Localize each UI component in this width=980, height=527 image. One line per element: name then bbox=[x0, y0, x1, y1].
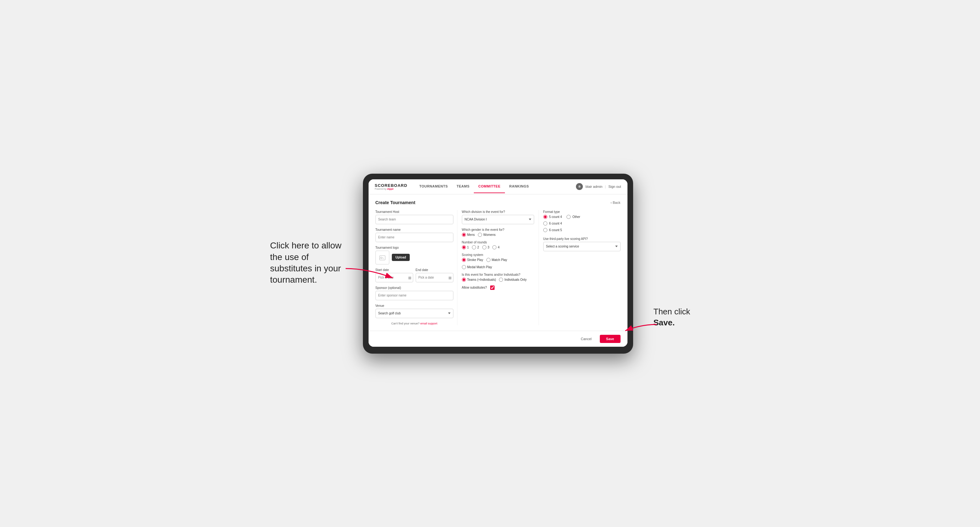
scoring-radio-group: Stroke Play Match Play Medal Match Play bbox=[462, 258, 534, 269]
tournament-host-group: Tournament Host bbox=[375, 210, 453, 224]
format-other-radio[interactable] bbox=[566, 215, 571, 219]
gender-womens-option[interactable]: Womens bbox=[478, 233, 495, 237]
teams-individuals-label: Is this event for Teams and/or Individua… bbox=[462, 273, 534, 276]
tournament-host-input[interactable] bbox=[375, 215, 453, 224]
format-6count4-option[interactable]: 6 count 4 bbox=[543, 221, 620, 225]
scoring-medal-radio[interactable] bbox=[462, 265, 466, 269]
format-type-label: Format type bbox=[543, 210, 620, 214]
rounds-2-radio[interactable] bbox=[472, 245, 476, 249]
nav-bar: SCOREBOARD Powered by clippd TOURNAMENTS… bbox=[369, 179, 627, 194]
scoring-api-label: Use third-party live scoring API? bbox=[543, 237, 620, 241]
cancel-button[interactable]: Cancel bbox=[576, 335, 597, 343]
rounds-4-radio[interactable] bbox=[492, 245, 496, 249]
end-date-calendar-icon: ▦ bbox=[449, 275, 452, 279]
tournament-name-input[interactable] bbox=[375, 233, 453, 242]
gender-womens-radio[interactable] bbox=[478, 233, 482, 237]
form-col-right: Format type 5 count 4 Other bbox=[539, 210, 620, 325]
rounds-3-radio[interactable] bbox=[482, 245, 487, 249]
rounds-label: Number of rounds bbox=[462, 241, 534, 244]
format-6count5-option[interactable]: 6 count 5 bbox=[543, 228, 620, 232]
rounds-3-option[interactable]: 3 bbox=[482, 245, 490, 249]
back-link[interactable]: ‹ Back bbox=[611, 201, 620, 205]
email-support-link[interactable]: email support bbox=[420, 322, 438, 325]
nav-committee[interactable]: COMMITTEE bbox=[474, 180, 505, 193]
individuals-only-radio[interactable] bbox=[499, 278, 503, 282]
individuals-only-option[interactable]: Individuals Only bbox=[499, 278, 527, 282]
nav-rankings[interactable]: RANKINGS bbox=[505, 180, 533, 193]
teams-radio-group: Teams (+Individuals) Individuals Only bbox=[462, 278, 534, 282]
sponsor-label: Sponsor (optional) bbox=[375, 286, 453, 290]
teams-plus-radio[interactable] bbox=[462, 278, 466, 282]
logo-powered: Powered by clippd bbox=[375, 188, 407, 190]
format-options-group: 5 count 4 Other 6 count 4 bbox=[543, 215, 620, 232]
end-date-label: End date bbox=[416, 268, 453, 271]
teams-plus-individuals-option[interactable]: Teams (+Individuals) bbox=[462, 278, 496, 282]
start-date-calendar-icon: ▦ bbox=[408, 275, 411, 279]
scoring-match-option[interactable]: Match Play bbox=[487, 258, 507, 262]
tablet-device: SCOREBOARD Powered by clippd TOURNAMENTS… bbox=[363, 174, 633, 354]
gender-mens-option[interactable]: Mens bbox=[462, 233, 475, 237]
venue-help: Can't find your venue? email support bbox=[375, 322, 453, 325]
format-5count4-option[interactable]: 5 count 4 bbox=[543, 215, 562, 219]
gender-group: Which gender is the event for? Mens Wome… bbox=[462, 228, 534, 237]
division-select[interactable]: NCAA Division I bbox=[462, 215, 534, 224]
nav-right: B blair admin | Sign out bbox=[576, 183, 621, 190]
logo-upload-row: Upload bbox=[375, 251, 453, 264]
left-arrow-icon bbox=[342, 265, 405, 284]
save-button[interactable]: Save bbox=[600, 335, 620, 343]
format-other-option[interactable]: Other bbox=[566, 215, 580, 219]
scoring-label: Scoring system bbox=[462, 253, 534, 257]
logo-scoreboard: SCOREBOARD bbox=[375, 183, 407, 187]
sponsor-group: Sponsor (optional) bbox=[375, 286, 453, 300]
format-5count4-radio[interactable] bbox=[543, 215, 547, 219]
scoring-match-radio[interactable] bbox=[487, 258, 490, 262]
rounds-4-option[interactable]: 4 bbox=[492, 245, 500, 249]
scoring-api-group: Use third-party live scoring API? Select… bbox=[543, 237, 620, 251]
scoring-stroke-radio[interactable] bbox=[462, 258, 466, 262]
format-6count4-radio[interactable] bbox=[543, 221, 547, 225]
division-label: Which division is the event for? bbox=[462, 210, 534, 214]
nav-logo: SCOREBOARD Powered by clippd bbox=[375, 183, 407, 190]
end-date-group: End date ▦ bbox=[416, 268, 453, 283]
allow-substitutes-checkbox[interactable] bbox=[490, 286, 495, 290]
gender-mens-radio[interactable] bbox=[462, 233, 466, 237]
scoring-api-select[interactable]: Select a scoring service bbox=[543, 242, 620, 251]
scoring-medal-option[interactable]: Medal Match Play bbox=[462, 265, 492, 269]
tournament-host-label: Tournament Host bbox=[375, 210, 453, 214]
tournament-name-group: Tournament name bbox=[375, 228, 453, 242]
venue-select[interactable]: Search golf club bbox=[375, 309, 453, 318]
rounds-1-radio[interactable] bbox=[462, 245, 466, 249]
rounds-2-option[interactable]: 2 bbox=[472, 245, 479, 249]
logo-placeholder bbox=[375, 251, 389, 264]
nav-tournaments[interactable]: TOURNAMENTS bbox=[415, 180, 452, 193]
rounds-1-option[interactable]: 1 bbox=[462, 245, 469, 249]
content-area: Create Tournament ‹ Back Tournament Host… bbox=[369, 194, 627, 331]
format-6count5-radio[interactable] bbox=[543, 228, 547, 232]
tournament-logo-group: Tournament logo Upload bbox=[375, 246, 453, 264]
format-type-group: Format type 5 count 4 Other bbox=[543, 210, 620, 232]
tournament-name-label: Tournament name bbox=[375, 228, 453, 232]
scoring-group: Scoring system Stroke Play Match Play bbox=[462, 253, 534, 269]
rounds-radio-group: 1 2 3 bbox=[462, 245, 534, 249]
sponsor-input[interactable] bbox=[375, 291, 453, 300]
end-date-input[interactable] bbox=[416, 273, 453, 283]
right-arrow-icon bbox=[622, 320, 660, 335]
tablet-screen: SCOREBOARD Powered by clippd TOURNAMENTS… bbox=[369, 179, 627, 347]
form-col-mid: Which division is the event for? NCAA Di… bbox=[457, 210, 539, 325]
allow-substitutes-option[interactable]: Allow substitutes? bbox=[462, 286, 495, 290]
nav-links: TOURNAMENTS TEAMS COMMITTEE RANKINGS bbox=[415, 180, 576, 193]
nav-teams[interactable]: TEAMS bbox=[452, 180, 474, 193]
end-date-wrapper: ▦ bbox=[416, 273, 453, 283]
scoring-stroke-option[interactable]: Stroke Play bbox=[462, 258, 483, 262]
user-label: blair admin bbox=[585, 185, 602, 189]
division-group: Which division is the event for? NCAA Di… bbox=[462, 210, 534, 224]
upload-button[interactable]: Upload bbox=[392, 254, 410, 261]
sign-out-link[interactable]: Sign out bbox=[608, 185, 621, 189]
gender-label: Which gender is the event for? bbox=[462, 228, 534, 232]
right-annotation: Then click Save. bbox=[654, 306, 710, 328]
avatar: B bbox=[576, 183, 583, 190]
venue-group: Venue Search golf club bbox=[375, 304, 453, 318]
form-footer: Cancel Save bbox=[369, 331, 627, 347]
nav-separator: | bbox=[605, 185, 606, 189]
tournament-logo-label: Tournament logo bbox=[375, 246, 453, 249]
